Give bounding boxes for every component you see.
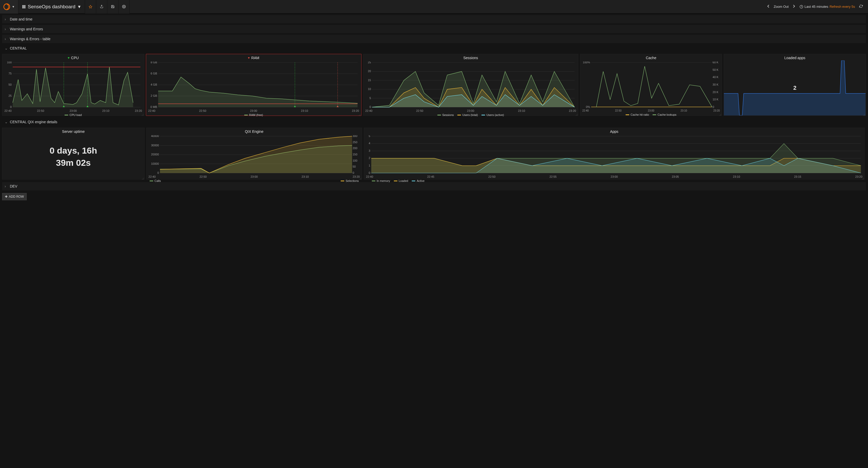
settings-button[interactable] bbox=[119, 0, 130, 13]
svg-text:20000: 20000 bbox=[151, 153, 159, 156]
resize-handle[interactable] bbox=[142, 177, 144, 179]
svg-text:250: 250 bbox=[352, 141, 357, 144]
uptime-value: 0 days, 16h 39m 02s bbox=[2, 134, 145, 179]
panel-cpu[interactable]: ♥ CPU 0255075100 22:4022:5023:0023:1023:… bbox=[2, 54, 145, 116]
svg-rect-5 bbox=[22, 6, 23, 7]
svg-rect-2 bbox=[22, 5, 23, 6]
chevron-left-icon bbox=[767, 5, 770, 8]
resize-handle[interactable] bbox=[359, 113, 361, 115]
panel-sessions[interactable]: Sessions 0510152025 22:4022:5023:0023:10… bbox=[363, 54, 579, 116]
svg-text:0: 0 bbox=[157, 171, 159, 174]
chevron-right-icon: › bbox=[5, 17, 8, 21]
svg-rect-8 bbox=[22, 7, 23, 8]
qix-chart: 010000200003000040000050100150200250300 bbox=[149, 135, 360, 174]
svg-text:100: 100 bbox=[352, 159, 357, 162]
time-back-button[interactable] bbox=[765, 5, 771, 8]
panel-title: Cache bbox=[646, 56, 656, 60]
time-range-button[interactable]: Last 45 minutes Refresh every 5s bbox=[800, 5, 855, 8]
svg-text:5: 5 bbox=[369, 96, 371, 99]
svg-text:60 K: 60 K bbox=[712, 61, 718, 64]
dashboard-title-dropdown[interactable]: SenseOps dashboard ▾ bbox=[19, 0, 85, 13]
panel-loaded-apps[interactable]: Loaded apps 2 bbox=[723, 54, 866, 116]
panel-ram[interactable]: ♥ RAM 0 MB2 GB4 GB6 GB8 GB 22:4022:5023:… bbox=[146, 54, 362, 116]
svg-text:10: 10 bbox=[368, 87, 371, 91]
time-forward-button[interactable] bbox=[791, 5, 797, 8]
row-warnings-errors[interactable]: › Warnings and Errors bbox=[2, 25, 866, 33]
svg-text:20 K: 20 K bbox=[712, 91, 718, 94]
svg-text:100: 100 bbox=[7, 61, 12, 64]
save-icon bbox=[111, 5, 115, 8]
time-picker: Zoom Out Last 45 minutes Refresh every 5… bbox=[762, 0, 868, 13]
legend: In memory Loaded Active bbox=[364, 178, 865, 184]
panel-title: Loaded apps bbox=[784, 56, 805, 60]
resize-handle[interactable] bbox=[862, 177, 864, 179]
svg-text:2 GB: 2 GB bbox=[150, 94, 157, 97]
svg-text:0: 0 bbox=[10, 105, 12, 108]
panel-server-uptime[interactable]: Server uptime 0 days, 16h 39m 02s bbox=[2, 128, 145, 179]
dashboard-grid-icon bbox=[22, 5, 26, 8]
svg-text:3: 3 bbox=[369, 149, 370, 152]
svg-text:15: 15 bbox=[368, 79, 371, 82]
svg-text:25: 25 bbox=[368, 61, 371, 64]
resize-handle[interactable] bbox=[719, 113, 721, 115]
svg-text:30000: 30000 bbox=[151, 144, 159, 147]
svg-text:0: 0 bbox=[352, 171, 354, 174]
x-axis-ticks: 22:4022:4522:5022:5523:0023:0523:1023:15… bbox=[364, 175, 865, 178]
save-button[interactable] bbox=[107, 0, 119, 13]
panel-apps[interactable]: Apps 012345 22:4022:4522:5022:5523:0023:… bbox=[364, 128, 865, 179]
gear-icon bbox=[122, 5, 126, 8]
grafana-logo-button[interactable]: ▾ bbox=[0, 0, 19, 13]
svg-rect-3 bbox=[23, 5, 24, 6]
refresh-button[interactable] bbox=[858, 4, 864, 9]
svg-text:4: 4 bbox=[369, 142, 370, 145]
refresh-icon bbox=[859, 4, 863, 8]
plus-icon: ✚ bbox=[5, 195, 7, 199]
row-label: CENTRAL QIX engine details bbox=[10, 120, 57, 124]
resize-handle[interactable] bbox=[576, 113, 578, 115]
svg-text:0: 0 bbox=[369, 105, 371, 108]
svg-text:30 K: 30 K bbox=[712, 83, 718, 86]
row-label: DEV bbox=[10, 184, 18, 188]
row-label: Warnings & Errors - table bbox=[10, 37, 51, 41]
navbar: ▾ SenseOps dashboard ▾ bbox=[0, 0, 868, 13]
sessions-chart: 0510152025 bbox=[365, 61, 576, 108]
heart-alert-icon: ♥ bbox=[248, 56, 250, 60]
panel-title: QIX Engine bbox=[245, 129, 264, 134]
row-central[interactable]: ⌄ CENTRAL bbox=[2, 45, 866, 52]
share-button[interactable] bbox=[96, 0, 107, 13]
panel-qix-engine[interactable]: QIX Engine 01000020000300004000005010015… bbox=[146, 128, 362, 179]
chevron-down-icon: ⌄ bbox=[5, 46, 8, 50]
svg-text:50 K: 50 K bbox=[712, 68, 718, 71]
row-date-time[interactable]: › Date and time bbox=[2, 15, 866, 23]
chevron-right-icon: › bbox=[5, 37, 8, 41]
svg-text:40 K: 40 K bbox=[712, 76, 718, 79]
svg-rect-4 bbox=[25, 5, 26, 6]
legend: RAM (free) bbox=[146, 112, 361, 119]
panel-cache[interactable]: Cache 0%100%010 K20 K30 K40 K50 K60 K 22… bbox=[580, 54, 722, 116]
svg-text:50: 50 bbox=[352, 165, 356, 168]
chevron-down-icon: ⌄ bbox=[5, 120, 8, 124]
star-icon bbox=[89, 5, 92, 8]
resize-handle[interactable] bbox=[863, 113, 865, 115]
legend: Sessions Users (total) Users (active) bbox=[363, 112, 578, 119]
cache-chart: 0%100%010 K20 K30 K40 K50 K60 K bbox=[582, 61, 720, 108]
dashboard-page: › Date and time › Warnings and Errors › … bbox=[0, 13, 868, 205]
resize-handle[interactable] bbox=[142, 113, 144, 115]
svg-text:8 GB: 8 GB bbox=[150, 61, 157, 64]
row-label: Warnings and Errors bbox=[10, 27, 43, 31]
svg-text:0: 0 bbox=[369, 171, 370, 174]
row-warnings-errors-table[interactable]: › Warnings & Errors - table bbox=[2, 35, 866, 43]
row-qix[interactable]: ⌄ CENTRAL QIX engine details bbox=[2, 118, 866, 126]
add-row-button[interactable]: ✚ ADD ROW bbox=[2, 193, 27, 200]
clock-icon bbox=[800, 5, 803, 8]
svg-text:0 MB: 0 MB bbox=[150, 105, 157, 108]
svg-rect-9 bbox=[23, 7, 24, 8]
svg-text:0: 0 bbox=[712, 105, 714, 108]
caret-down-icon: ▾ bbox=[78, 5, 81, 8]
heart-ok-icon: ♥ bbox=[68, 56, 69, 60]
row-label: CENTRAL bbox=[10, 46, 27, 50]
resize-handle[interactable] bbox=[359, 177, 362, 179]
svg-point-1 bbox=[6, 6, 8, 7]
zoom-out-button[interactable]: Zoom Out bbox=[774, 5, 789, 8]
star-button[interactable] bbox=[85, 0, 96, 13]
